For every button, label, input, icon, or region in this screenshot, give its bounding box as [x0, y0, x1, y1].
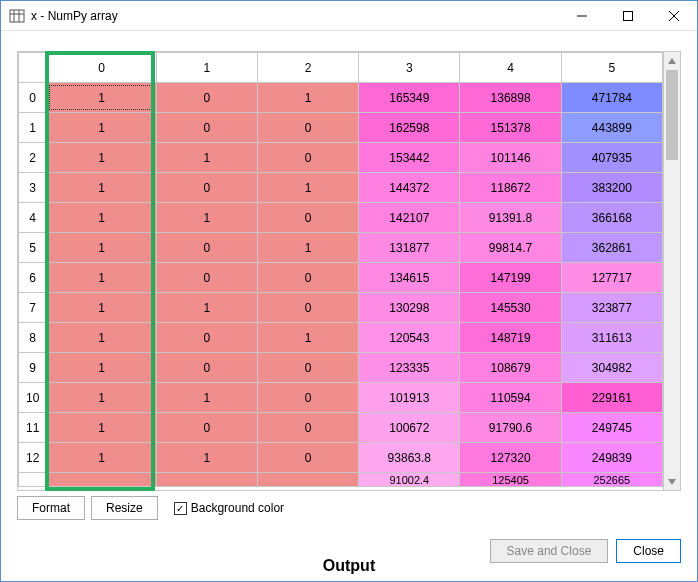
grid-cell[interactable]: 162598: [359, 113, 460, 143]
column-header[interactable]: 1: [156, 53, 257, 83]
resize-button[interactable]: Resize: [91, 496, 158, 520]
grid-cell[interactable]: 0: [257, 353, 358, 383]
grid-cell[interactable]: 144372: [359, 173, 460, 203]
grid-cell[interactable]: 93863.8: [359, 443, 460, 473]
row-header[interactable]: 1: [19, 113, 47, 143]
grid-cell[interactable]: 120543: [359, 323, 460, 353]
column-header[interactable]: 4: [460, 53, 561, 83]
scroll-thumb[interactable]: [666, 70, 678, 160]
grid-cell[interactable]: 1: [47, 83, 156, 113]
grid-cell[interactable]: 1: [257, 173, 358, 203]
grid-cell[interactable]: 471784: [561, 83, 662, 113]
grid-cell[interactable]: 1: [257, 83, 358, 113]
grid-cell[interactable]: 1: [47, 263, 156, 293]
grid-cell[interactable]: 366168: [561, 203, 662, 233]
grid-cell[interactable]: 148719: [460, 323, 561, 353]
grid-cell[interactable]: 1: [156, 293, 257, 323]
grid-cell[interactable]: 0: [257, 413, 358, 443]
grid-cell[interactable]: 0: [156, 353, 257, 383]
grid-cell[interactable]: 0: [156, 413, 257, 443]
grid-cell[interactable]: 151378: [460, 113, 561, 143]
grid-cell[interactable]: 1: [47, 293, 156, 323]
grid-cell[interactable]: 127320: [460, 443, 561, 473]
grid-cell[interactable]: 229161: [561, 383, 662, 413]
grid-cell[interactable]: 134615: [359, 263, 460, 293]
row-header[interactable]: 8: [19, 323, 47, 353]
grid-cell[interactable]: [257, 473, 358, 487]
grid-cell[interactable]: 383200: [561, 173, 662, 203]
grid-cell[interactable]: 1: [156, 383, 257, 413]
grid-cell[interactable]: 0: [156, 323, 257, 353]
grid-cell[interactable]: [156, 473, 257, 487]
format-button[interactable]: Format: [17, 496, 85, 520]
grid-cell[interactable]: 99814.7: [460, 233, 561, 263]
grid-cell[interactable]: 1: [47, 173, 156, 203]
row-header[interactable]: 11: [19, 413, 47, 443]
row-header[interactable]: 3: [19, 173, 47, 203]
grid-cell[interactable]: 131877: [359, 233, 460, 263]
grid-cell[interactable]: 0: [257, 263, 358, 293]
grid-cell[interactable]: 0: [156, 233, 257, 263]
array-grid[interactable]: 0123450101165349136898471784110016259815…: [18, 52, 663, 490]
grid-cell[interactable]: 0: [156, 173, 257, 203]
grid-cell[interactable]: 91790.6: [460, 413, 561, 443]
grid-cell[interactable]: 0: [257, 443, 358, 473]
grid-cell[interactable]: 407935: [561, 143, 662, 173]
grid-cell[interactable]: 1: [156, 443, 257, 473]
grid-cell[interactable]: 100672: [359, 413, 460, 443]
grid-cell[interactable]: 0: [156, 83, 257, 113]
grid-cell[interactable]: 1: [47, 413, 156, 443]
row-header[interactable]: 12: [19, 443, 47, 473]
scroll-up-button[interactable]: [664, 52, 680, 69]
column-header[interactable]: 5: [561, 53, 662, 83]
grid-cell[interactable]: 323877: [561, 293, 662, 323]
grid-cell[interactable]: 1: [47, 353, 156, 383]
row-header[interactable]: 9: [19, 353, 47, 383]
row-header[interactable]: [19, 473, 47, 487]
grid-cell[interactable]: 1: [47, 323, 156, 353]
grid-cell[interactable]: 101146: [460, 143, 561, 173]
grid-cell[interactable]: 108679: [460, 353, 561, 383]
grid-cell[interactable]: 249745: [561, 413, 662, 443]
grid-cell[interactable]: 147199: [460, 263, 561, 293]
grid-cell[interactable]: 443899: [561, 113, 662, 143]
grid-cell[interactable]: 0: [257, 143, 358, 173]
grid-cell[interactable]: 130298: [359, 293, 460, 323]
row-header[interactable]: 10: [19, 383, 47, 413]
grid-cell[interactable]: 1: [47, 203, 156, 233]
scroll-down-button[interactable]: [664, 473, 680, 490]
grid-cell[interactable]: 125405: [460, 473, 561, 487]
column-header[interactable]: 2: [257, 53, 358, 83]
grid-cell[interactable]: 0: [257, 293, 358, 323]
grid-cell[interactable]: 165349: [359, 83, 460, 113]
row-header[interactable]: 6: [19, 263, 47, 293]
grid-cell[interactable]: 118672: [460, 173, 561, 203]
grid-cell[interactable]: 304982: [561, 353, 662, 383]
background-color-checkbox[interactable]: ✓ Background color: [174, 501, 284, 515]
row-header[interactable]: 4: [19, 203, 47, 233]
grid-cell[interactable]: 91391.8: [460, 203, 561, 233]
grid-cell[interactable]: 145530: [460, 293, 561, 323]
vertical-scrollbar[interactable]: [663, 52, 680, 490]
grid-cell[interactable]: 153442: [359, 143, 460, 173]
grid-cell[interactable]: 362861: [561, 233, 662, 263]
grid-cell[interactable]: 0: [257, 113, 358, 143]
grid-cell[interactable]: 110594: [460, 383, 561, 413]
grid-cell[interactable]: 1: [47, 143, 156, 173]
grid-cell[interactable]: 1: [47, 443, 156, 473]
column-header[interactable]: 3: [359, 53, 460, 83]
grid-cell[interactable]: 311613: [561, 323, 662, 353]
minimize-button[interactable]: [559, 1, 605, 31]
grid-cell[interactable]: 1: [156, 143, 257, 173]
grid-cell[interactable]: 1: [257, 233, 358, 263]
grid-cell[interactable]: 0: [156, 263, 257, 293]
grid-cell[interactable]: 127717: [561, 263, 662, 293]
row-header[interactable]: 2: [19, 143, 47, 173]
grid-cell[interactable]: [47, 473, 156, 487]
grid-cell[interactable]: 0: [156, 113, 257, 143]
row-header[interactable]: 5: [19, 233, 47, 263]
grid-cell[interactable]: 142107: [359, 203, 460, 233]
row-header[interactable]: 0: [19, 83, 47, 113]
grid-cell[interactable]: 0: [257, 383, 358, 413]
grid-cell[interactable]: 136898: [460, 83, 561, 113]
